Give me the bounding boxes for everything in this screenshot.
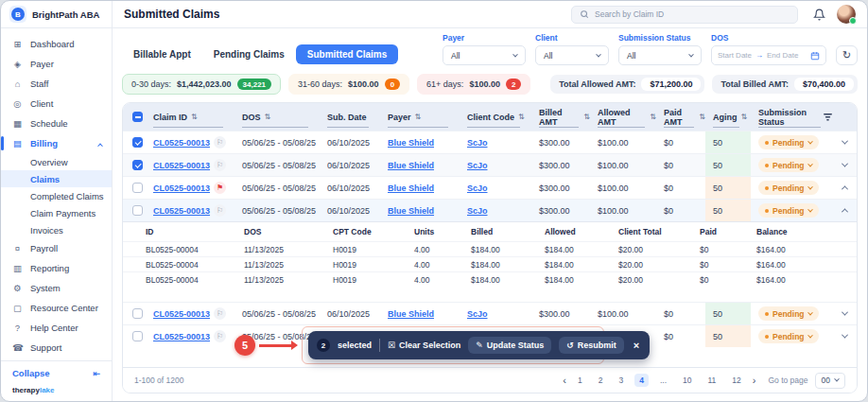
close-icon[interactable]: × (632, 340, 641, 351)
dos-date-range-picker[interactable]: Start Date → End Date (711, 45, 826, 65)
row-checkbox[interactable] (132, 137, 143, 148)
tab-billable-appt[interactable]: Billable Appt (122, 44, 202, 64)
pagination-page[interactable]: 2 (594, 374, 608, 387)
pagination-page[interactable]: 3 (614, 374, 628, 387)
sort-icon[interactable]: ⇅ (265, 113, 271, 121)
expand-row-button[interactable] (832, 154, 857, 176)
reset-filters-button[interactable]: ↻ (836, 45, 858, 65)
expand-row-button[interactable] (832, 303, 857, 324)
sort-icon[interactable]: ⇅ (650, 113, 656, 121)
sort-icon[interactable]: ⇅ (741, 113, 748, 121)
flag-icon[interactable]: ⚐ (214, 136, 226, 149)
sort-icon[interactable]: ⇅ (191, 113, 198, 121)
pagination-page-current[interactable]: 4 (634, 374, 649, 387)
client-code-link[interactable]: ScJo (467, 138, 488, 148)
status-pill[interactable]: Pending (758, 135, 819, 149)
sidebar-item-billing[interactable]: ▤Billing (1, 133, 112, 153)
flag-red-icon[interactable]: ⚑ (214, 182, 226, 194)
sidebar-item-claims[interactable]: Claims (1, 170, 112, 187)
expand-row-button[interactable] (832, 325, 857, 347)
submission-status-dropdown[interactable]: All (618, 45, 702, 65)
pagination-page[interactable]: 1 (573, 374, 587, 387)
flag-icon[interactable]: ⚐ (214, 307, 226, 320)
row-checkbox[interactable] (132, 160, 143, 170)
status-pill[interactable]: Pending (758, 329, 819, 343)
claim-id-link[interactable]: CL0525-00013 (153, 161, 210, 170)
status-pill[interactable]: Pending (758, 203, 819, 218)
search-input[interactable] (595, 9, 790, 19)
sidebar-item-claim-payments[interactable]: Claim Payments (1, 204, 112, 221)
tab-pending-claims[interactable]: Pending Claims (202, 44, 296, 64)
claim-id-link[interactable]: CL0525-00013 (153, 184, 210, 193)
claim-id-link[interactable]: CL0525-00013 (153, 138, 210, 148)
stat-0-30-days[interactable]: 0-30 days: $1,442,023.00 34,221 (122, 74, 281, 95)
search-box[interactable] (571, 6, 798, 24)
sort-icon[interactable]: ⇅ (699, 113, 705, 121)
payer-link[interactable]: Blue Shield (388, 161, 434, 170)
line-dos: 11/13/2025 (244, 275, 333, 285)
pagination-next-icon[interactable]: › (753, 375, 756, 386)
notifications-bell-icon[interactable] (813, 9, 825, 21)
sidebar-collapse-button[interactable]: Collapse ⇤ (1, 360, 112, 384)
collapse-row-button[interactable] (832, 177, 857, 199)
filter-funnel-icon[interactable] (824, 114, 832, 121)
sidebar-item-support[interactable]: ☎Support (1, 338, 112, 358)
sidebar-item-invoices[interactable]: Invoices (1, 221, 112, 238)
client-code-link[interactable]: ScJo (467, 161, 488, 170)
sort-icon[interactable]: ⇅ (518, 113, 525, 121)
stat-amount: $100.00 (348, 79, 379, 89)
flag-icon[interactable]: ⚐ (214, 330, 226, 342)
pagination-prev-icon[interactable]: ‹ (563, 375, 566, 386)
expand-row-button[interactable] (832, 131, 857, 153)
collapse-row-button[interactable] (832, 200, 857, 221)
sidebar-item-help-center[interactable]: ?Help Center (1, 318, 112, 338)
row-checkbox[interactable] (132, 205, 143, 216)
status-pill[interactable]: Pending (758, 158, 819, 172)
tab-submitted-claims[interactable]: Submitted Claims (296, 44, 398, 64)
payer-link[interactable]: Blue Shield (388, 309, 434, 319)
clear-selection-button[interactable]: ☒Clear Selection (388, 341, 460, 350)
payer-dropdown[interactable]: All (443, 45, 526, 65)
flag-icon[interactable]: ⚐ (214, 159, 226, 171)
stat-31-60-days[interactable]: 31-60 days: $100.00 0 (288, 74, 409, 95)
user-avatar[interactable] (837, 5, 856, 24)
sidebar-item-overview[interactable]: Overview (1, 153, 112, 170)
claim-id-link[interactable]: CL0525-00013 (153, 309, 210, 319)
row-checkbox[interactable] (132, 331, 143, 341)
client-dropdown[interactable]: All (535, 45, 609, 65)
sidebar-item-completed-claims[interactable]: Completed Claims (1, 187, 112, 204)
pagination-page[interactable]: 10 (678, 374, 696, 387)
payer-link[interactable]: Blue Shield (388, 206, 434, 216)
sort-icon[interactable]: ⇅ (415, 113, 422, 121)
claim-id-link[interactable]: CL0525-00013 (153, 206, 210, 216)
pagination-page[interactable]: 11 (703, 374, 721, 387)
flag-icon[interactable]: ⚐ (214, 204, 226, 217)
row-checkbox[interactable] (132, 308, 143, 319)
client-code-link[interactable]: ScJo (467, 309, 488, 319)
select-all-checkbox[interactable] (132, 112, 143, 122)
sidebar-item-system[interactable]: ⚙System (1, 278, 112, 298)
sidebar-item-resource-center[interactable]: ▢Resource Center (1, 298, 112, 318)
sidebar-item-client[interactable]: ◎Client (1, 94, 112, 114)
payer-link[interactable]: Blue Shield (388, 184, 434, 193)
claim-id-link[interactable]: CL0525-00013 (153, 332, 210, 341)
status-pill[interactable]: Pending (758, 181, 819, 195)
row-checkbox[interactable] (132, 183, 143, 193)
sidebar-item-payroll[interactable]: ¤Payroll (1, 238, 112, 258)
sidebar-item-payer[interactable]: ◈Payer (1, 54, 112, 74)
clear-selection-label: Clear Selection (399, 341, 460, 350)
sidebar-item-dashboard[interactable]: ⊞Dashboard (1, 34, 112, 54)
sidebar-item-schedule[interactable]: ▦Schedule (1, 114, 112, 133)
stat-61-plus-days[interactable]: 61+ days: $100.00 2 (417, 74, 530, 95)
payer-link[interactable]: Blue Shield (388, 138, 434, 148)
goto-page-select[interactable]: 00 (815, 373, 845, 389)
sidebar-item-staff[interactable]: ⌂Staff (1, 74, 112, 94)
update-status-button[interactable]: ✎Update Status (468, 337, 551, 354)
resubmit-button[interactable]: ↺Resubmit (559, 337, 624, 354)
status-pill[interactable]: Pending (758, 306, 819, 321)
sidebar-item-reporting[interactable]: ▥Reporting (1, 258, 112, 278)
client-code-link[interactable]: ScJo (467, 184, 488, 193)
sort-icon[interactable]: ⇅ (583, 113, 590, 121)
client-code-link[interactable]: ScJo (467, 206, 488, 216)
pagination-page[interactable]: 12 (727, 374, 745, 387)
